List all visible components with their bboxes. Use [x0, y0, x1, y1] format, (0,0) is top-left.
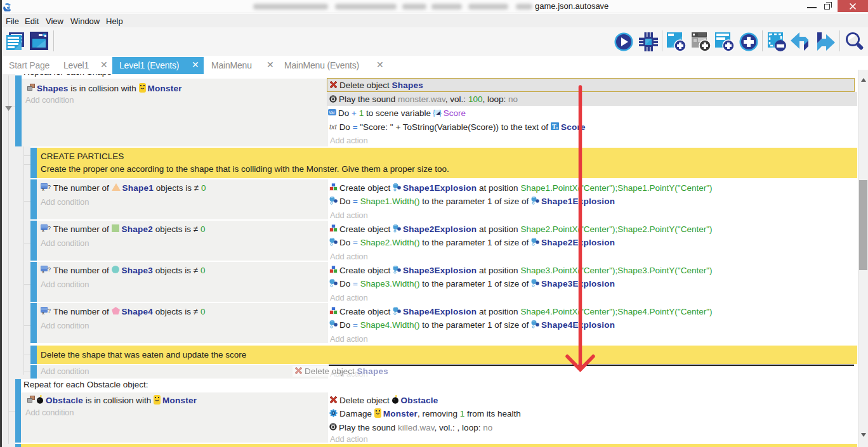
- svg-text:x: x: [42, 228, 44, 233]
- svg-text:x: x: [42, 310, 44, 315]
- svg-text:x: x: [42, 186, 44, 191]
- svg-text:?: ?: [48, 184, 51, 190]
- svg-text:?: ?: [48, 266, 51, 273]
- svg-text:?: ?: [48, 308, 51, 314]
- svg-text:x: x: [42, 269, 44, 274]
- svg-text:Var: Var: [329, 110, 335, 115]
- svg-text:?: ?: [48, 225, 51, 231]
- svg-text:{: {: [433, 108, 435, 117]
